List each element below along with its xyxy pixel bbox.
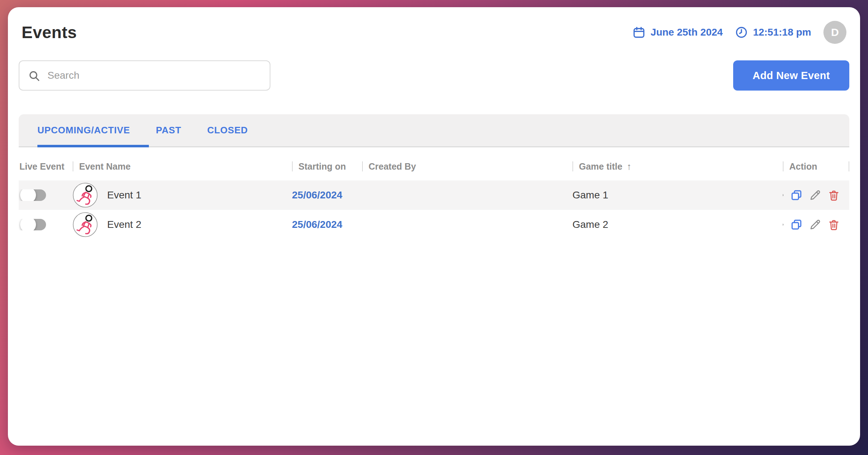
current-time: 12:51:18 pm (735, 26, 811, 39)
column-divider (572, 161, 573, 171)
runner-avatar-icon (73, 183, 98, 208)
date-text: June 25th 2024 (650, 27, 723, 38)
table-row: Event 2 25/06/2024 Game 2 (19, 210, 849, 239)
active-tab-underline (37, 145, 149, 147)
time-text: 12:51:18 pm (753, 27, 811, 38)
action-cell (783, 189, 849, 201)
edit-pencil-icon[interactable] (809, 189, 821, 201)
column-divider (362, 161, 363, 171)
toggle-knob (20, 189, 36, 201)
event-name-cell: Event 2 (73, 212, 292, 237)
page-title: Events (22, 23, 77, 42)
col-header-live-event: Live Event (19, 161, 73, 172)
column-divider (849, 161, 849, 171)
event-name: Event 2 (107, 219, 141, 230)
column-divider (73, 161, 73, 171)
delete-trash-icon[interactable] (828, 219, 840, 231)
tab-upcoming-active[interactable]: UPCOMING/ACTIVE (37, 125, 130, 136)
search-icon (28, 70, 40, 82)
starting-date-link[interactable]: 25/06/2024 (292, 189, 342, 201)
tab-past[interactable]: PAST (156, 125, 182, 136)
live-event-cell (19, 219, 73, 230)
live-toggle[interactable] (22, 219, 46, 230)
avatar-initial: D (831, 26, 839, 38)
search-input[interactable] (19, 60, 270, 91)
col-header-game-title[interactable]: Game title↑ (572, 161, 783, 172)
events-table: Live Event Event Name Starting on Create… (19, 152, 849, 239)
game-title-cell: Game 1 (572, 189, 783, 201)
live-toggle[interactable] (22, 189, 46, 201)
live-event-cell (19, 189, 73, 201)
view-eye-icon[interactable] (783, 219, 784, 231)
event-name-cell: Event 1 (73, 183, 292, 208)
action-cell (783, 219, 849, 231)
game-title-cell: Game 2 (572, 219, 783, 230)
search-box (19, 60, 270, 91)
view-eye-icon[interactable] (783, 189, 784, 201)
starting-on-cell: 25/06/2024 (292, 189, 362, 201)
col-header-event-name: Event Name (73, 161, 292, 172)
user-avatar[interactable]: D (823, 21, 846, 44)
starting-date-link[interactable]: 25/06/2024 (292, 219, 342, 230)
top-bar: Events June 25th 2024 12:51:18 pm D (19, 21, 849, 44)
events-panel: Events June 25th 2024 12:51:18 pm D (8, 7, 860, 446)
toolbar: Add New Event (19, 60, 849, 91)
runner-avatar-icon (73, 212, 98, 237)
event-name: Event 1 (107, 189, 141, 201)
current-date: June 25th 2024 (632, 26, 723, 39)
edit-pencil-icon[interactable] (809, 219, 821, 231)
table-row: Event 1 25/06/2024 Game 1 (19, 180, 849, 210)
copy-duplicate-icon[interactable] (790, 189, 803, 201)
starting-on-cell: 25/06/2024 (292, 219, 362, 230)
delete-trash-icon[interactable] (828, 189, 840, 201)
tab-bar: UPCOMING/ACTIVE PAST CLOSED (19, 114, 849, 147)
top-right-group: June 25th 2024 12:51:18 pm D (632, 21, 846, 44)
col-header-starting-on: Starting on (292, 161, 362, 172)
table-header-row: Live Event Event Name Starting on Create… (19, 152, 849, 180)
toggle-knob (20, 219, 36, 230)
copy-duplicate-icon[interactable] (790, 219, 803, 231)
col-header-action: Action (783, 161, 849, 172)
clock-icon (735, 26, 748, 39)
col-header-created-by: Created By (362, 161, 572, 172)
add-new-event-button[interactable]: Add New Event (733, 60, 849, 91)
tab-closed[interactable]: CLOSED (207, 125, 248, 136)
column-divider (292, 161, 293, 171)
calendar-icon (632, 26, 645, 39)
sort-ascending-icon[interactable]: ↑ (627, 161, 631, 172)
column-divider (783, 161, 784, 171)
